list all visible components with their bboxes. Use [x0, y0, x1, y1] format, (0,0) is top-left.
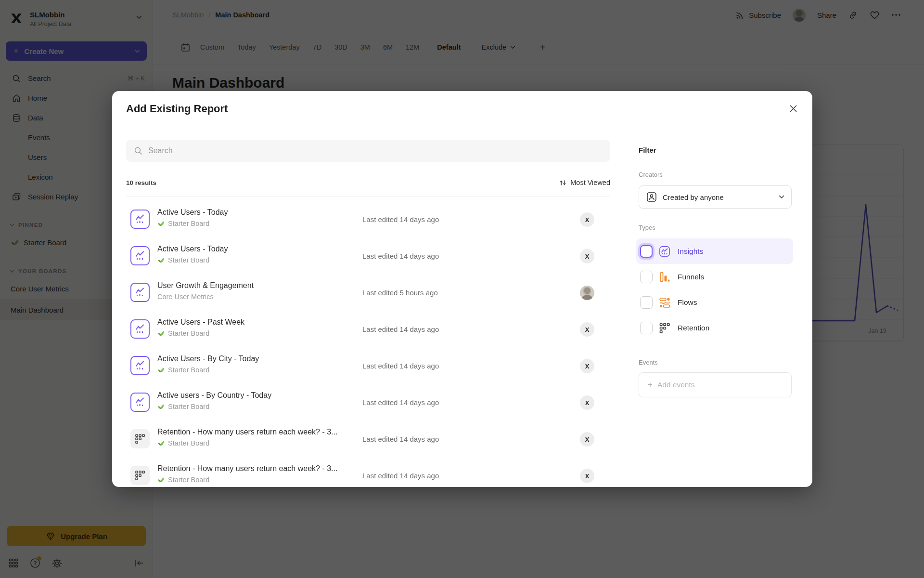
report-list: Active Users - TodayStarter BoardLast ed…: [112, 203, 610, 487]
report-board-label: Starter Board: [168, 439, 209, 447]
report-row-text: User Growth & EngagementCore User Metric…: [157, 281, 254, 301]
report-board: Starter Board: [157, 256, 228, 264]
creator-photo-avatar: [580, 286, 594, 300]
report-board: Starter Board: [157, 366, 259, 374]
add-events-button[interactable]: + Add events: [639, 372, 792, 397]
report-board: Starter Board: [157, 403, 271, 410]
report-row-text: Active Users - TodayStarter Board: [157, 208, 228, 227]
sort-dropdown[interactable]: Most Viewed: [559, 179, 610, 186]
mixpanel-avatar: X: [580, 249, 594, 263]
type-label: Funnels: [678, 273, 704, 281]
search-input[interactable]: [148, 146, 603, 155]
report-last-edited: Last edited 14 days ago: [362, 472, 439, 480]
flows-icon: [658, 296, 671, 309]
report-board-label: Core User Metrics: [157, 293, 214, 301]
report-row[interactable]: Active Users - TodayStarter BoardLast ed…: [112, 203, 610, 239]
report-title: Active Users - By City - Today: [157, 355, 259, 363]
sprout-icon: [157, 257, 165, 263]
creators-value: Created by anyone: [663, 193, 779, 201]
insights-checkbox[interactable]: [640, 245, 653, 258]
report-last-edited: Last edited 14 days ago: [362, 435, 439, 443]
retention-report-icon: [130, 466, 150, 485]
report-row[interactable]: Active Users - TodayStarter BoardLast ed…: [112, 239, 610, 276]
mixpanel-avatar: X: [580, 469, 594, 483]
report-title: User Growth & Engagement: [157, 281, 254, 290]
funnels-checkbox[interactable]: [640, 271, 653, 283]
report-board-label: Starter Board: [168, 476, 209, 484]
insights-icon: [658, 245, 671, 258]
close-icon[interactable]: [786, 102, 800, 115]
report-board: Starter Board: [157, 329, 244, 337]
report-title: Active Users - Past Week: [157, 318, 244, 327]
type-label: Flows: [678, 298, 697, 307]
creators-label: Creators: [639, 171, 663, 178]
sprout-icon: [157, 477, 165, 483]
add-events-label: Add events: [657, 381, 695, 389]
report-title: Active Users - Today: [157, 208, 228, 217]
report-last-edited: Last edited 14 days ago: [362, 215, 439, 223]
retention-icon: [658, 322, 671, 334]
types-label: Types: [639, 224, 655, 231]
report-last-edited: Last edited 14 days ago: [362, 252, 439, 260]
report-row[interactable]: Retention - How many users return each w…: [112, 422, 610, 459]
type-filter-flows[interactable]: Flows: [636, 289, 793, 315]
mixpanel-avatar: X: [580, 432, 594, 447]
report-title: Retention - How many users return each w…: [157, 464, 337, 473]
type-filter-retention[interactable]: Retention: [636, 315, 793, 341]
insights-report-icon: [130, 246, 150, 265]
report-board: Starter Board: [157, 220, 228, 227]
add-existing-report-modal: Add Existing Report 10 results Most View…: [112, 91, 812, 487]
retention-checkbox[interactable]: [640, 322, 653, 334]
report-row[interactable]: Active users - By Country - TodayStarter…: [112, 386, 610, 422]
report-title: Active users - By Country - Today: [157, 391, 271, 400]
report-board-label: Starter Board: [168, 403, 209, 410]
insights-report-icon: [130, 393, 150, 412]
sprout-icon: [157, 367, 165, 373]
report-row-text: Active Users - By City - TodayStarter Bo…: [157, 355, 259, 374]
report-row-text: Active Users - TodayStarter Board: [157, 245, 228, 264]
report-board: Starter Board: [157, 439, 337, 447]
report-last-edited: Last edited 14 days ago: [362, 362, 439, 370]
type-label: Retention: [678, 324, 709, 332]
report-row-text: Retention - How many users return each w…: [157, 428, 337, 447]
report-row[interactable]: Active Users - Past WeekStarter BoardLas…: [112, 313, 610, 349]
plus-icon: +: [648, 380, 653, 390]
person-badge-icon: [646, 191, 657, 203]
report-row-text: Active users - By Country - TodayStarter…: [157, 391, 271, 410]
insights-report-icon: [130, 283, 150, 302]
report-row-text: Retention - How many users return each w…: [157, 464, 337, 484]
type-filter-funnels[interactable]: Funnels: [636, 264, 793, 289]
report-row[interactable]: Active Users - By City - TodayStarter Bo…: [112, 349, 610, 386]
type-filter-insights[interactable]: Insights: [636, 238, 793, 264]
insights-report-icon: [130, 319, 150, 339]
report-row[interactable]: User Growth & EngagementCore User Metric…: [112, 276, 610, 313]
results-divider: [126, 197, 610, 197]
report-last-edited: Last edited 14 days ago: [362, 398, 439, 407]
report-board-label: Starter Board: [168, 220, 209, 227]
results-count: 10 results: [126, 179, 156, 186]
report-board: Core User Metrics: [157, 293, 254, 301]
report-title: Active Users - Today: [157, 245, 228, 253]
type-filter-list: Insights Funnels Flows: [636, 238, 793, 341]
sprout-icon: [157, 330, 165, 336]
sprout-icon: [157, 440, 165, 446]
report-board: Starter Board: [157, 476, 337, 484]
filter-title: Filter: [639, 146, 656, 154]
sort-arrows-icon: [559, 179, 566, 186]
type-label: Insights: [678, 247, 703, 256]
flows-checkbox[interactable]: [640, 296, 653, 309]
search-icon: [134, 146, 142, 155]
report-last-edited: Last edited 14 days ago: [362, 325, 439, 333]
report-board-label: Starter Board: [168, 329, 209, 337]
creators-dropdown[interactable]: Created by anyone: [639, 185, 792, 209]
sort-label: Most Viewed: [570, 179, 610, 186]
modal-title: Add Existing Report: [126, 103, 228, 115]
report-board-label: Starter Board: [168, 366, 209, 374]
mixpanel-avatar: X: [580, 359, 594, 373]
mixpanel-avatar: X: [580, 322, 594, 337]
report-board-label: Starter Board: [168, 256, 209, 264]
report-row[interactable]: Retention - How many users return each w…: [112, 459, 610, 487]
retention-report-icon: [130, 429, 150, 448]
sprout-icon: [157, 404, 165, 409]
insights-report-icon: [130, 210, 150, 229]
